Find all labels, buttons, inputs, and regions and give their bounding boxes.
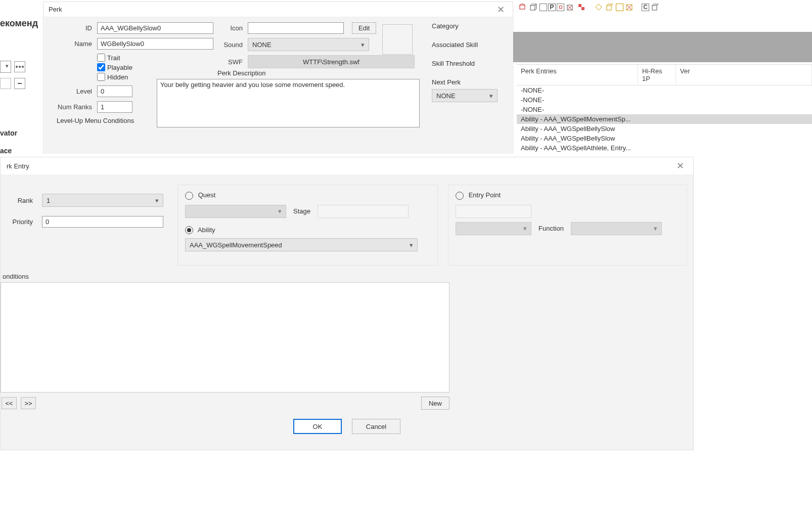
table-row[interactable]: -NONE- <box>517 85 812 95</box>
name-field[interactable] <box>97 38 213 50</box>
table-row[interactable]: Ability - AAA_WGSpellBellySlow <box>517 134 812 143</box>
bg-more-button[interactable] <box>14 61 25 72</box>
conditions-label: onditions <box>3 273 693 280</box>
p-icon[interactable]: P <box>548 4 556 11</box>
entry-point-label: Entry Point <box>469 191 501 199</box>
perk-entry-title: rk Entry <box>7 162 29 170</box>
entry-point-radio[interactable] <box>456 192 464 200</box>
separator <box>636 2 641 12</box>
icon-label: Icon <box>217 24 243 32</box>
bg-partial-tab-label: екоменд <box>0 18 38 29</box>
playable-checkbox[interactable]: Playable <box>97 63 132 71</box>
edit-button[interactable]: Edit <box>352 22 376 34</box>
quest-radio[interactable] <box>185 192 193 200</box>
bg-dropdown[interactable] <box>0 61 11 73</box>
new-button[interactable]: New <box>421 397 449 410</box>
cube-yellow-icon[interactable] <box>605 2 615 12</box>
table-row[interactable]: -NONE- <box>517 95 812 105</box>
cube-x-icon[interactable] <box>565 2 575 12</box>
bg-blank-box <box>0 78 11 89</box>
cancel-button[interactable]: Cancel <box>352 419 400 434</box>
svg-rect-22 <box>652 6 657 10</box>
swf-button[interactable]: WTTF\Strength.swf <box>248 55 415 68</box>
ok-button[interactable]: OK <box>293 419 342 434</box>
svg-rect-12 <box>578 4 581 7</box>
associated-skill-label: Associated Skill <box>432 41 505 49</box>
svg-marker-14 <box>596 4 602 10</box>
icon-field[interactable] <box>248 22 344 34</box>
conditions-listbox[interactable] <box>1 282 449 393</box>
svg-rect-15 <box>607 6 611 10</box>
c-icon[interactable]: C <box>642 4 649 11</box>
id-field[interactable] <box>97 22 213 34</box>
bg-minus-button[interactable] <box>14 78 25 89</box>
next-perk-value: NONE <box>436 92 456 100</box>
separator <box>588 2 593 12</box>
col-perk-entries[interactable]: Perk Entries <box>517 65 638 85</box>
cube-icon[interactable] <box>528 2 538 12</box>
stage-field-disabled <box>318 205 409 218</box>
priority-field[interactable] <box>42 216 163 228</box>
close-icon[interactable]: ✕ <box>494 4 508 15</box>
entry-point-select-disabled <box>456 222 531 235</box>
table-row[interactable]: Ability - AAA_WGSpellAthlete, Entry... <box>517 143 812 153</box>
icon-preview-box <box>382 24 413 55</box>
svg-rect-3 <box>530 6 535 10</box>
trait-label: Trait <box>107 54 120 62</box>
quest-label: Quest <box>198 191 216 199</box>
cube-icon-2[interactable] <box>650 2 660 12</box>
next-button[interactable]: >> <box>21 397 36 409</box>
cell: Ability - AAA_WGSpellMovementSp... <box>517 114 638 124</box>
cell: Ability - AAA_WGSpellBellySlow <box>517 124 638 134</box>
function-select-disabled <box>571 222 662 235</box>
rank-dropdown[interactable]: 1 <box>42 194 163 207</box>
entry-point-group: Entry Point Function <box>448 185 687 266</box>
cell: Ability - AAA_WGSpellAthlete, Entry... <box>517 143 638 153</box>
sound-label: Sound <box>217 41 243 49</box>
prev-button[interactable]: << <box>2 397 17 409</box>
ability-value: AAA_WGSpellMovementSpeed <box>190 241 282 249</box>
numranks-field[interactable] <box>97 101 132 113</box>
hidden-checkbox[interactable]: Hidden <box>97 73 128 81</box>
toolbar-icon[interactable] <box>517 2 527 12</box>
ability-dropdown[interactable]: AAA_WGSpellMovementSpeed <box>185 238 418 251</box>
next-perk-dropdown[interactable]: NONE <box>432 89 498 102</box>
cell: -NONE- <box>517 95 638 105</box>
link-icon[interactable] <box>576 2 587 12</box>
diamond-icon[interactable] <box>594 2 604 12</box>
perk-entry-titlebar[interactable]: rk Entry ✕ <box>1 157 693 175</box>
level-field[interactable] <box>97 85 132 97</box>
svg-rect-13 <box>581 7 584 10</box>
square-icon[interactable] <box>539 4 547 11</box>
yellow-square-icon[interactable] <box>616 4 623 11</box>
cell: -NONE- <box>517 105 638 114</box>
svg-rect-0 <box>520 5 525 9</box>
sound-dropdown[interactable]: NONE <box>248 38 369 51</box>
bg-small-controls <box>0 61 43 162</box>
col-ver[interactable]: Ver <box>676 65 812 85</box>
cell: Ability - AAA_WGSpellBellySlow <box>517 134 638 143</box>
playable-label: Playable <box>107 64 132 71</box>
yellow-x-icon[interactable] <box>624 2 635 12</box>
trait-checkbox[interactable]: Trait <box>97 54 120 62</box>
square-dot-icon[interactable] <box>557 4 564 11</box>
perk-titlebar[interactable]: Perk ✕ <box>43 2 513 17</box>
swf-label: SWF <box>217 58 243 66</box>
swf-value: WTTF\Strength.swf <box>303 58 359 66</box>
toolbar: P C <box>517 2 660 13</box>
perk-entries-table: Perk Entries Hi-Res 1P Ver -NONE- -NONE-… <box>517 64 812 153</box>
perk-entry-dialog: rk Entry ✕ Rank 1 Priority Quest Stage <box>0 157 694 450</box>
close-icon[interactable]: ✕ <box>673 160 687 171</box>
table-row[interactable]: Ability - AAA_WGSpellBellySlow <box>517 124 812 134</box>
hidden-label: Hidden <box>107 73 128 81</box>
table-row[interactable]: -NONE- <box>517 105 812 114</box>
entry-point-field-disabled <box>456 205 531 218</box>
category-label: Category <box>432 22 505 30</box>
function-label: Function <box>538 225 564 232</box>
col-hires1p[interactable]: Hi-Res 1P <box>638 65 676 85</box>
next-perk-label: Next Perk <box>432 78 505 86</box>
table-row[interactable]: Ability - AAA_WGSpellMovementSp... <box>517 114 812 124</box>
table-header: Perk Entries Hi-Res 1P Ver <box>517 65 812 85</box>
ability-radio[interactable] <box>185 226 193 234</box>
description-textarea[interactable]: Your belly getting heavier and you lose … <box>157 79 420 127</box>
